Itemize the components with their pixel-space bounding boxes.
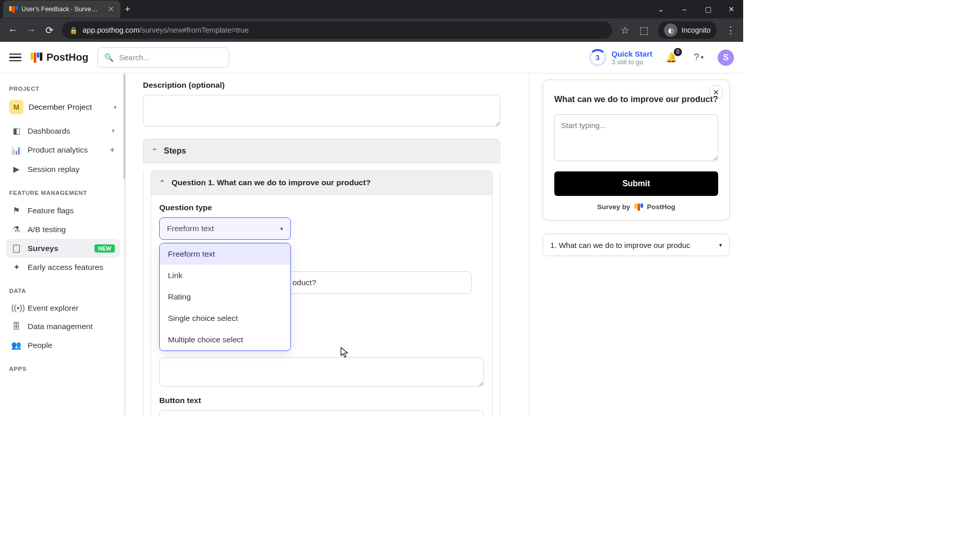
question-1-header[interactable]: ⌃ Question 1. What can we do to improve … [151, 170, 493, 195]
incognito-chip[interactable]: ◐ Incognito [658, 21, 717, 39]
tab-close-icon[interactable]: ✕ [108, 5, 114, 14]
database-icon: 🗄 [11, 322, 21, 331]
address-bar: ← → ⟳ 🔒 app.posthog.com/surveys/new#from… [0, 18, 743, 42]
sidebar-item-data-management[interactable]: 🗄 Data management [6, 317, 120, 336]
user-avatar[interactable]: S [718, 49, 734, 66]
tab-title: User's Feedback · Surveys · Post [21, 6, 101, 13]
sidebar-item-surveys[interactable]: 📋 Surveys NEW [6, 239, 120, 258]
preview-question: What can we do to improve our product? [554, 93, 718, 105]
sidebar-item-replay[interactable]: ▶ Session replay [6, 160, 120, 179]
kebab-menu-icon[interactable]: ⋮ [725, 24, 736, 36]
events-icon: ((•)) [11, 304, 21, 313]
section-data: DATA [6, 284, 120, 299]
button-text-input[interactable] [159, 410, 484, 416]
dropdown-option-multiple-choice[interactable]: Multiple choice select [160, 329, 290, 350]
survey-icon: 📋 [11, 243, 21, 253]
section-feature: FEATURE MANAGEMENT [6, 186, 120, 201]
chevron-down-icon: ▾ [719, 242, 722, 248]
sidebar-item-dashboards[interactable]: ◧ Dashboards ▾ [6, 121, 120, 140]
chevron-down-icon: ▾ [114, 104, 117, 111]
quickstart-progress-ring: 3 [589, 49, 606, 66]
browser-chrome: User's Feedback · Surveys · Post ✕ + ⌄ –… [0, 0, 743, 42]
url-host: app.posthog.com [83, 26, 139, 34]
dropdown-option-rating[interactable]: Rating [160, 286, 290, 308]
install-icon[interactable]: ⬚ [639, 24, 650, 36]
back-button[interactable]: ← [7, 24, 18, 36]
tab-favicon [9, 5, 17, 13]
lock-icon: 🔒 [69, 27, 78, 34]
logo-text: PostHog [46, 52, 88, 63]
preview-question-selector[interactable]: 1. What can we do to improve our produc … [543, 234, 730, 256]
question-type-selected: Freeform text [167, 224, 214, 233]
sidebar-item-events[interactable]: ((•)) Event explorer [6, 299, 120, 317]
project-badge: M [9, 100, 23, 114]
chrome-caret-icon[interactable]: ⌄ [649, 0, 673, 18]
window-maximize-button[interactable]: ▢ [696, 0, 720, 18]
new-tab-button[interactable]: + [120, 4, 135, 15]
dropdown-option-freeform[interactable]: Freeform text [160, 243, 290, 265]
dropdown-option-link[interactable]: Link [160, 265, 290, 286]
help-button[interactable]: ?▾ [690, 49, 707, 66]
notif-badge: 0 [674, 48, 682, 56]
description-label: Description (optional) [143, 81, 500, 90]
description-input[interactable] [143, 95, 500, 127]
search-placeholder: Search... [119, 53, 150, 62]
incognito-label: Incognito [681, 26, 710, 34]
section-project: PROJECT [6, 82, 120, 97]
quickstart-title: Quick Start [611, 49, 652, 58]
sidebar-item-analytics[interactable]: 📊 Product analytics + [6, 140, 120, 160]
hamburger-menu-icon[interactable] [9, 54, 21, 62]
chevron-down-icon: ▾ [280, 226, 283, 232]
bookmark-icon[interactable]: ☆ [619, 24, 630, 36]
preview-submit-button[interactable]: Submit [554, 171, 718, 196]
preview-textarea[interactable] [554, 114, 718, 161]
tab-bar: User's Feedback · Surveys · Post ✕ + ⌄ –… [0, 0, 743, 18]
collapse-icon: ⌃ [152, 147, 158, 155]
preview-panel: ✕ What can we do to improve our product?… [529, 73, 743, 416]
sidebar-item-early-access[interactable]: ✦ Early access features [6, 258, 120, 277]
button-text-label: Button text [159, 396, 484, 405]
preview-selector-text: 1. What can we do to improve our produc [550, 241, 690, 249]
flask-icon: ⚗ [11, 224, 21, 234]
question-description-input[interactable] [159, 357, 484, 387]
sidebar-item-flags[interactable]: ⚑ Feature flags [6, 201, 120, 220]
posthog-logo[interactable]: PostHog [31, 52, 88, 63]
browser-tab[interactable]: User's Feedback · Surveys · Post ✕ [3, 1, 120, 18]
incognito-icon: ◐ [664, 23, 677, 37]
notifications-button[interactable]: 🔔 0 [663, 49, 680, 66]
forward-button: → [26, 24, 37, 36]
plus-icon[interactable]: + [110, 145, 115, 155]
url-path: /surveys/new#fromTemplate=true [139, 26, 249, 34]
replay-icon: ▶ [11, 164, 21, 174]
preview-close-button[interactable]: ✕ [709, 85, 723, 99]
app-header: PostHog 🔍 Search... 3 Quick Start 3 stil… [0, 42, 743, 73]
quickstart-subtitle: 3 still to go [611, 58, 652, 66]
posthog-icon [634, 204, 643, 211]
question-type-label: Question type [159, 203, 484, 212]
quickstart-widget[interactable]: 3 Quick Start 3 still to go [589, 49, 652, 66]
project-name: December Project [29, 103, 92, 112]
people-icon: 👥 [11, 340, 21, 350]
dropdown-option-single-choice[interactable]: Single choice select [160, 308, 290, 329]
search-icon: 🔍 [104, 53, 114, 62]
analytics-icon: 📊 [11, 145, 21, 155]
flag-icon: ⚑ [11, 206, 21, 215]
window-close-button[interactable]: ✕ [720, 0, 743, 18]
sidebar: PROJECT M December Project ▾ ◧ Dashboard… [0, 73, 126, 416]
survey-form: Description (optional) ⌃ Steps ⌃ Questio… [126, 73, 529, 416]
window-minimize-button[interactable]: – [673, 0, 696, 18]
project-selector[interactable]: M December Project ▾ [6, 97, 120, 121]
help-icon: ? [694, 52, 699, 63]
early-icon: ✦ [11, 262, 21, 272]
question-type-dropdown: Freeform text Link Rating Single choice … [159, 243, 291, 351]
sidebar-item-ab-testing[interactable]: ⚗ A/B testing [6, 220, 120, 239]
section-apps: APPS [6, 362, 120, 377]
new-badge: NEW [94, 244, 115, 253]
question-type-select[interactable]: Freeform text ▾ [159, 217, 291, 240]
sidebar-item-people[interactable]: 👥 People [6, 336, 120, 355]
steps-section-header[interactable]: ⌃ Steps [143, 139, 500, 163]
search-input[interactable]: 🔍 Search... [97, 47, 229, 68]
url-field[interactable]: 🔒 app.posthog.com/surveys/new#fromTempla… [62, 21, 612, 39]
dashboard-icon: ◧ [11, 126, 21, 136]
reload-button[interactable]: ⟳ [44, 24, 55, 36]
